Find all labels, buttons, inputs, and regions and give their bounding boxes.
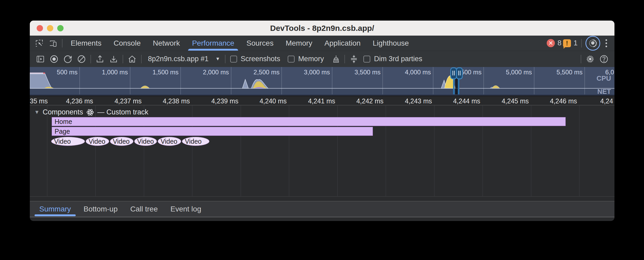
flame-bar-video[interactable]: Video [134,137,157,146]
home-icon [127,54,137,64]
window-title: DevTools - 8p2n9n.csb.app/ [270,24,374,33]
memory-checkbox-box [288,56,295,62]
more-options-button[interactable] [602,39,611,47]
ruler-tick: 4,245 ms [502,97,529,105]
memory-checkbox[interactable]: Memory [288,55,324,63]
screenshots-checkbox-box [230,56,237,62]
timeline-overview[interactable]: 500 ms 1,000 ms 1,500 ms 2,000 ms 2,500 … [30,67,614,95]
flame-chart-area[interactable]: ▼ Components — Custom track Home Page Vi… [30,105,614,197]
save-profile-button[interactable] [107,53,121,65]
shortcut-dialog-button[interactable] [347,53,361,65]
ruler-tick: 4,239 ms [211,97,238,105]
overview-tick: 3,000 ms [304,69,330,76]
error-icon: ✕ [547,39,555,47]
atom-icon [86,108,94,116]
flame-bar-home[interactable]: Home [52,117,566,126]
selection-handle-left [451,68,456,79]
upload-icon [95,54,105,64]
performance-toolbar: 8p2n9n.csb.app #1 ▼ Screenshots Memory [30,51,614,67]
help-icon [599,54,609,64]
home-button[interactable] [125,53,139,65]
ruler-tick: 4,236 ms [66,97,93,105]
track-suffix: — Custom track [97,108,148,116]
screenshots-checkbox[interactable]: Screenshots [230,55,280,63]
flame-bar-video[interactable]: Video [86,137,109,146]
details-tab-bar: Summary Bottom-up Call tree Event log [30,201,614,217]
tab-performance[interactable]: Performance [186,36,240,51]
inspect-cursor-icon [35,38,44,48]
dim-3rd-parties-checkbox[interactable]: Dim 3rd parties [363,55,422,63]
collapse-vertical-icon [349,54,359,64]
flame-bar-video[interactable]: Video [51,137,85,146]
overview-chart: 500 ms 1,000 ms 1,500 ms 2,000 ms 2,500 … [30,67,614,95]
overview-tick: 2,000 ms [203,69,229,76]
selection-handle-right [456,68,462,79]
titlebar: DevTools - 8p2n9n.csb.app/ [30,21,614,36]
overview-tick: 5,000 ms [506,69,532,76]
ruler-tick: 4,246 ms [550,97,577,105]
record-button[interactable] [47,53,61,65]
record-and-reload-button[interactable] [61,53,75,65]
flame-bar-video[interactable]: Video [110,137,133,146]
tab-application[interactable]: Application [318,36,367,51]
overview-tick: 4,000 ms [405,69,431,76]
load-profile-button[interactable] [93,53,107,65]
tab-summary[interactable]: Summary [33,201,77,217]
inspect-element-button[interactable] [32,37,46,49]
overview-tick: 2,500 ms [253,69,280,76]
devtools-window: DevTools - 8p2n9n.csb.app/ Elements Cons… [30,21,614,221]
tab-sources[interactable]: Sources [240,36,280,51]
toggle-sidebar-button[interactable] [33,53,47,65]
overview-tick: 1,000 ms [102,69,128,76]
ruler-tick: 4,238 ms [163,97,190,105]
ruler-tick: 4,243 ms [405,97,432,105]
ruler-tick: 4,242 ms [356,97,383,105]
target-selector-dropdown[interactable]: 8p2n9n.csb.app #1 ▼ [144,55,223,63]
issues-badge[interactable]: ! 1 [563,39,578,47]
collect-garbage-button[interactable] [329,53,342,65]
overview-tick: 5,500 ms [556,69,583,76]
flame-bar-video[interactable]: Video [182,137,209,146]
feedback-help-button[interactable] [597,53,611,65]
cpu-lane-label: CPU [597,74,611,82]
ruler-tick: 4,237 ms [114,97,142,105]
broom-icon [330,54,340,64]
ruler-tick: 4,240 ms [259,97,287,105]
minimize-window-button[interactable] [47,25,53,31]
gear-icon [588,38,598,48]
disclosure-triangle-icon: ▼ [34,109,40,115]
track-name: Components [43,108,83,116]
device-toolbar-icon [48,38,58,48]
tab-memory[interactable]: Memory [280,36,318,51]
net-lane-label: NET [597,88,611,95]
tab-call-tree[interactable]: Call tree [124,201,164,217]
flame-bar-page[interactable]: Page [52,127,373,136]
tab-elements[interactable]: Elements [65,36,108,51]
device-toolbar-button[interactable] [46,37,60,49]
tab-console[interactable]: Console [108,36,147,51]
close-window-button[interactable] [37,25,43,31]
block-icon [76,54,86,64]
panel-tab-bar: Elements Console Network Performance Sou… [30,36,614,51]
ruler-tick: 4,244 ms [453,97,480,105]
overview-tick: 3,500 ms [354,69,381,76]
flame-bar-video[interactable]: Video [158,137,181,146]
tab-bottom-up[interactable]: Bottom-up [77,201,124,217]
reload-icon [63,54,73,64]
tab-lighthouse[interactable]: Lighthouse [367,36,415,51]
tab-event-log[interactable]: Event log [164,201,208,217]
devtools-settings-button[interactable] [585,36,600,51]
custom-track-header[interactable]: ▼ Components — Custom track [34,108,148,116]
ruler-tick-clipped: 4,24 [600,97,613,105]
tab-network[interactable]: Network [147,36,186,51]
time-ruler: 35 ms 4,236 ms 4,237 ms 4,238 ms 4,239 m… [30,95,614,105]
console-errors-badge[interactable]: ✕ 8 [547,39,561,47]
zoom-window-button[interactable] [57,25,64,31]
download-icon [109,54,119,64]
issue-icon: ! [563,39,571,47]
ruler-tick: 4,241 ms [308,97,335,105]
overview-tick: 500 ms [57,69,78,76]
clear-recording-button[interactable] [75,53,88,65]
overview-tick: 1,500 ms [152,69,179,76]
capture-settings-button[interactable] [583,53,597,65]
